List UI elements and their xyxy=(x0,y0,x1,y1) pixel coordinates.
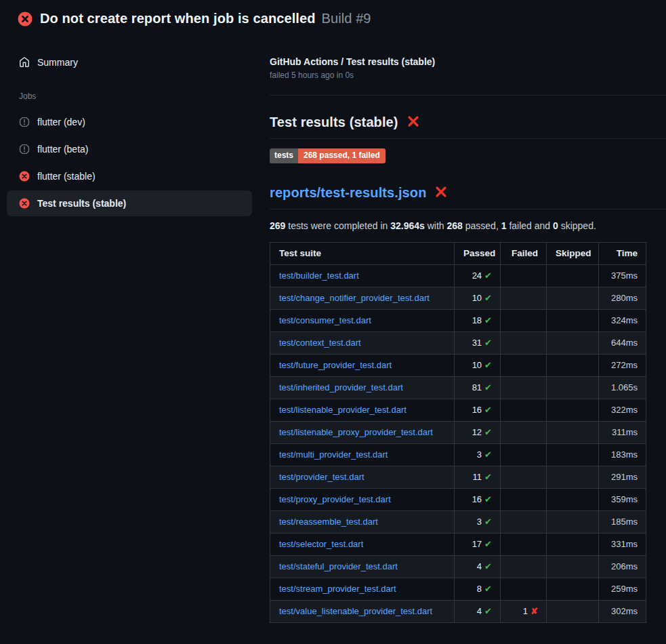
table-row: test/provider_test.dart 11✔ 291ms xyxy=(270,466,646,489)
skipped-cell xyxy=(547,511,599,534)
status-line: failed 5 hours ago in 0s xyxy=(270,71,666,80)
table-row: test/value_listenable_provider_test.dart… xyxy=(270,601,646,623)
passed-cell: 31✔ xyxy=(455,332,501,355)
time-cell: 375ms xyxy=(599,265,646,287)
table-row: test/multi_provider_test.dart 3✔ 183ms xyxy=(270,444,646,466)
test-suite-link[interactable]: test/multi_provider_test.dart xyxy=(279,449,388,460)
table-row: test/builder_test.dart 24✔ 375ms xyxy=(270,265,646,287)
failed-cell xyxy=(501,578,547,601)
table-row: test/listenable_proxy_provider_test.dart… xyxy=(270,422,646,444)
passed-cell: 11✔ xyxy=(455,466,501,489)
test-suite-link[interactable]: test/value_listenable_provider_test.dart xyxy=(279,606,432,616)
time-cell: 311ms xyxy=(599,422,646,444)
column-header-passed: Passed xyxy=(455,243,501,265)
time-cell: 185ms xyxy=(599,511,646,534)
skipped-cell xyxy=(547,355,599,377)
jobs-section-label: Jobs xyxy=(19,92,252,101)
test-suite-link[interactable]: test/listenable_proxy_provider_test.dart xyxy=(279,427,433,437)
skipped-cell xyxy=(547,556,599,578)
test-suite-link[interactable]: test/stream_provider_test.dart xyxy=(279,584,396,594)
passed-cell: 18✔ xyxy=(455,310,501,332)
skipped-cell xyxy=(547,265,599,287)
passed-cell: 12✔ xyxy=(455,422,501,444)
cancelled-icon xyxy=(19,117,30,127)
passed-cell: 10✔ xyxy=(455,355,501,377)
skipped-cell xyxy=(547,287,599,310)
time-cell: 1.065s xyxy=(599,377,646,399)
skipped-cell xyxy=(547,578,599,601)
time-cell: 322ms xyxy=(599,399,646,422)
column-header-failed: Failed xyxy=(501,243,547,265)
test-suite-link[interactable]: test/stateful_provider_test.dart xyxy=(279,561,398,571)
passed-cell: 16✔ xyxy=(455,399,501,422)
test-suite-link[interactable]: test/builder_test.dart xyxy=(279,270,359,281)
test-suite-link[interactable]: test/inherited_provider_test.dart xyxy=(279,382,403,393)
test-suite-link[interactable]: test/listenable_provider_test.dart xyxy=(279,405,407,415)
table-row: test/change_notifier_provider_test.dart … xyxy=(270,287,646,310)
report-heading: reports/test-results.json xyxy=(270,184,666,209)
sidebar-summary-label: Summary xyxy=(37,57,78,68)
time-cell: 291ms xyxy=(599,466,646,489)
build-number: Build #9 xyxy=(322,11,371,26)
failed-icon xyxy=(19,198,30,209)
failed-cell xyxy=(501,444,547,466)
sidebar-job-label: flutter (stable) xyxy=(37,171,96,182)
divider xyxy=(270,95,666,96)
report-link[interactable]: reports/test-results.json xyxy=(270,185,426,201)
failed-cell xyxy=(501,332,547,355)
table-row: test/reassemble_test.dart 3✔ 185ms xyxy=(270,511,646,534)
skipped-cell xyxy=(547,422,599,444)
skipped-cell xyxy=(547,601,599,623)
passed-cell: 4✔ xyxy=(455,556,501,578)
time-cell: 183ms xyxy=(599,444,646,466)
table-row: test/context_test.dart 31✔ 644ms xyxy=(270,332,646,355)
column-header-skipped: Skipped xyxy=(547,243,599,265)
table-row: test/listenable_provider_test.dart 16✔ 3… xyxy=(270,399,646,422)
passed-cell: 3✔ xyxy=(455,444,501,466)
failed-cell xyxy=(501,511,547,534)
time-cell: 359ms xyxy=(599,489,646,511)
summary-text: 269 tests were completed in 32.964s with… xyxy=(270,220,666,231)
passed-cell: 17✔ xyxy=(455,534,501,556)
breadcrumb: GitHub Actions / Test results (stable) xyxy=(270,56,666,67)
passed-cell: 8✔ xyxy=(455,578,501,601)
page-title: Do not create report when job is cancell… xyxy=(40,11,371,26)
sidebar-job-item[interactable]: flutter (stable) xyxy=(7,163,252,189)
tests-badge: tests 268 passed, 1 failed xyxy=(270,148,386,163)
passed-cell: 81✔ xyxy=(455,377,501,399)
table-row: test/future_provider_test.dart 10✔ 272ms xyxy=(270,355,646,377)
sidebar-job-label: flutter (dev) xyxy=(37,117,85,127)
sidebar-item-summary[interactable]: Summary xyxy=(7,49,252,75)
section-title: Test results (stable) xyxy=(270,115,398,130)
test-suite-link[interactable]: test/consumer_test.dart xyxy=(279,315,371,325)
failed-cell xyxy=(501,556,547,578)
failed-cell xyxy=(501,310,547,332)
test-suite-link[interactable]: test/reassemble_test.dart xyxy=(279,517,378,527)
test-suite-link[interactable]: test/proxy_provider_test.dart xyxy=(279,494,391,504)
skipped-cell xyxy=(547,310,599,332)
failed-x-icon xyxy=(407,115,420,132)
failed-cell xyxy=(501,377,547,399)
failed-cell xyxy=(501,489,547,511)
test-suite-link[interactable]: test/selector_test.dart xyxy=(279,539,363,549)
failed-status-icon xyxy=(18,12,33,26)
time-cell: 280ms xyxy=(599,287,646,310)
failed-cell xyxy=(501,422,547,444)
failed-cell xyxy=(501,287,547,310)
section-heading: Test results (stable) xyxy=(270,113,666,139)
time-cell: 206ms xyxy=(599,556,646,578)
run-title: Do not create report when job is cancell… xyxy=(40,11,316,26)
failed-cell xyxy=(501,265,547,287)
test-suite-link[interactable]: test/context_test.dart xyxy=(279,338,361,348)
passed-cell: 3✔ xyxy=(455,511,501,534)
table-row: test/stream_provider_test.dart 8✔ 259ms xyxy=(270,578,646,601)
test-suite-link[interactable]: test/future_provider_test.dart xyxy=(279,360,392,370)
test-suite-link[interactable]: test/provider_test.dart xyxy=(279,472,365,482)
sidebar-job-item[interactable]: flutter (dev) xyxy=(7,109,252,135)
table-row: test/inherited_provider_test.dart 81✔ 1.… xyxy=(270,377,646,399)
sidebar-job-item[interactable]: Test results (stable) xyxy=(7,190,252,216)
sidebar: Summary Jobs flutter (dev) xyxy=(0,36,252,218)
test-suite-link[interactable]: test/change_notifier_provider_test.dart xyxy=(279,293,430,303)
sidebar-job-item[interactable]: flutter (beta) xyxy=(7,136,252,162)
table-row: test/stateful_provider_test.dart 4✔ 206m… xyxy=(270,556,646,578)
